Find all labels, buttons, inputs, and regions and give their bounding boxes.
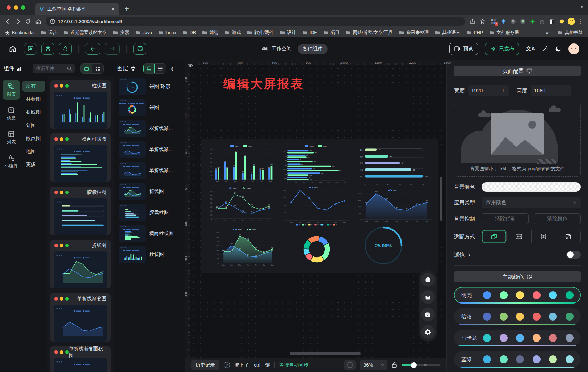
grid-view-toggle[interactable] xyxy=(92,64,103,73)
history-button[interactable]: 历史记录 xyxy=(191,360,219,370)
export-button[interactable] xyxy=(421,273,435,287)
help-icon[interactable]: ? xyxy=(224,362,230,368)
user-avatar[interactable] xyxy=(568,43,579,54)
decrease-icon[interactable]: − xyxy=(495,88,500,93)
category-item[interactable]: 柱状图 xyxy=(22,94,45,105)
magic-wand-icon[interactable] xyxy=(542,45,549,52)
clear-color-button[interactable]: 清除颜色 xyxy=(534,213,581,224)
undo-button[interactable] xyxy=(85,43,100,55)
dark-mode-moon-icon[interactable] xyxy=(555,45,562,52)
url-text[interactable]: 127.0.0.1:3000/#/chart/home/9 xyxy=(58,19,122,24)
bookmark-folder[interactable]: DB xyxy=(182,30,196,35)
decrease-icon[interactable]: − xyxy=(558,88,562,93)
minimize-window-button[interactable] xyxy=(14,5,18,10)
workspace-name-pill[interactable]: 各种组件 xyxy=(298,44,327,54)
rail-item-chart[interactable]: 图表 xyxy=(3,80,20,100)
category-item[interactable]: 地图 xyxy=(22,146,45,157)
single-view-toggle[interactable] xyxy=(81,64,92,73)
bg-color-swatch[interactable] xyxy=(482,182,581,192)
rail-item-info[interactable]: A信息 xyxy=(3,104,20,124)
rail-item-list[interactable]: 列表 xyxy=(3,128,20,147)
app-type-select[interactable]: 应用颜色 xyxy=(482,197,581,208)
theme-row-马卡龙[interactable]: 马卡龙 xyxy=(454,330,581,346)
site-info-icon[interactable] xyxy=(50,19,55,24)
url-bar[interactable]: 127.0.0.1:3000/#/chart/home/9 xyxy=(46,17,465,26)
bookmark-folder[interactable]: 软件/硬件 xyxy=(247,30,273,36)
browser-tab[interactable]: 工作空间-各种组件 ✕ xyxy=(35,3,119,15)
toggle-layers-panel-button[interactable] xyxy=(41,43,54,55)
component-card[interactable]: 单折线渐变图 xyxy=(50,293,111,342)
category-item[interactable]: 折线图 xyxy=(22,107,45,118)
layer-item[interactable]: 饼图 xyxy=(117,97,182,118)
extension-puzzle-icon[interactable] xyxy=(539,18,545,25)
theme-color-header[interactable]: 主题颜色 xyxy=(454,271,581,282)
layer-item[interactable]: 75% 饼图-环形 xyxy=(117,76,182,97)
bookmark-folder[interactable]: 游戏 xyxy=(224,30,241,36)
layer-item[interactable]: 折线图 xyxy=(117,181,182,202)
save-button[interactable] xyxy=(133,43,146,55)
component-card[interactable]: 胶囊柱图 xyxy=(50,187,111,235)
bar-chart[interactable]: data1data2050100150200250300350120130Mon… xyxy=(206,144,276,184)
extension-record-icon[interactable] xyxy=(520,18,526,25)
new-tab-button[interactable]: + xyxy=(125,5,129,13)
vertical-scrollbar[interactable] xyxy=(440,177,442,221)
collapse-layers-chevron-icon[interactable]: ❮ xyxy=(171,66,175,71)
toggle-components-panel-button[interactable] xyxy=(24,43,37,55)
layer-item[interactable]: 柱状图 xyxy=(117,244,182,265)
increase-icon[interactable]: + xyxy=(501,88,505,93)
tab-close-icon[interactable]: ✕ xyxy=(110,6,116,12)
double-line-chart[interactable]: data1data2050100150200250300350120200150… xyxy=(206,186,276,223)
slider-knob[interactable] xyxy=(411,362,417,368)
browser-forward-icon[interactable] xyxy=(13,17,22,26)
bookmark-folder[interactable]: 其他语言 xyxy=(435,30,460,36)
bookmark-folder[interactable]: 搜索 xyxy=(113,30,129,36)
bookmark-folder[interactable]: 设计 xyxy=(280,30,296,36)
import-button[interactable] xyxy=(421,290,435,304)
extension-smiley-icon[interactable] xyxy=(559,18,565,25)
category-item[interactable]: 饼图 xyxy=(22,120,45,131)
note-panel-button[interactable] xyxy=(344,360,356,370)
share-icon[interactable] xyxy=(468,17,477,26)
ruler-eye-icon[interactable] xyxy=(185,60,195,70)
browser-home-icon[interactable] xyxy=(33,17,43,26)
extension-grid-icon[interactable]: 9 xyxy=(490,18,496,25)
bookmarks-root[interactable]: Bookmarks xyxy=(5,30,35,35)
lock-icon[interactable] xyxy=(392,362,397,368)
component-card[interactable]: 单折线渐变面积图 xyxy=(50,346,111,372)
component-search-box[interactable] xyxy=(33,64,75,73)
dashboard-preview[interactable]: data1data2050100150200250300350120130Mon… xyxy=(201,139,438,273)
height-stepper[interactable]: 1080 − + xyxy=(531,85,571,96)
list-view-toggle[interactable] xyxy=(155,64,166,73)
language-switch-icon[interactable]: 文A xyxy=(526,45,535,52)
fit-width-option[interactable] xyxy=(507,230,531,243)
window-controls[interactable] xyxy=(0,0,30,15)
browser-reload-icon[interactable] xyxy=(23,17,33,26)
zoom-select[interactable]: 36% xyxy=(360,360,387,370)
filter-label[interactable]: 滤镜 xyxy=(454,251,471,258)
bookmark-folder[interactable]: Linux xyxy=(158,30,176,35)
extension-star-icon[interactable] xyxy=(529,18,536,25)
layer-item[interactable]: 胶囊柱图 xyxy=(117,202,182,223)
redo-button[interactable] xyxy=(105,43,120,55)
bookmark-folder[interactable]: 网站/博客/文章/工具 xyxy=(346,30,393,36)
thumbnail-view-toggle[interactable] xyxy=(143,64,155,73)
extension-cmd-icon[interactable]: ⌘ xyxy=(510,18,516,25)
bookmark-folder[interactable]: 文件服务器 xyxy=(489,30,519,36)
filter-toggle[interactable] xyxy=(566,251,581,259)
preview-button[interactable]: 预览 xyxy=(449,43,478,55)
layer-item[interactable]: 横向柱状图 xyxy=(117,223,182,244)
increase-icon[interactable]: + xyxy=(564,88,568,93)
bookmark-folder[interactable]: IDE xyxy=(302,30,317,35)
single-line-area-chart[interactable]: data10501001502001202001508070110130MonT… xyxy=(355,188,434,224)
component-card[interactable]: 横向柱状图 xyxy=(50,133,111,182)
fit-height-option[interactable] xyxy=(532,230,556,243)
bookmark-folder[interactable]: 运营 xyxy=(41,30,57,36)
zoom-slider[interactable] xyxy=(402,362,441,368)
browser-menu-icon[interactable]: ⋮ xyxy=(576,17,585,26)
fit-stretch-option[interactable] xyxy=(556,230,580,243)
bookmark-folder[interactable]: PHP xyxy=(466,30,483,35)
clear-background-button[interactable]: 清除背景 xyxy=(482,213,529,224)
theme-row-明亮[interactable]: 明亮 xyxy=(454,287,581,304)
close-window-button[interactable] xyxy=(7,5,11,10)
double-line-area-chart[interactable]: data1data2050100150200250300350120200150… xyxy=(213,227,279,268)
